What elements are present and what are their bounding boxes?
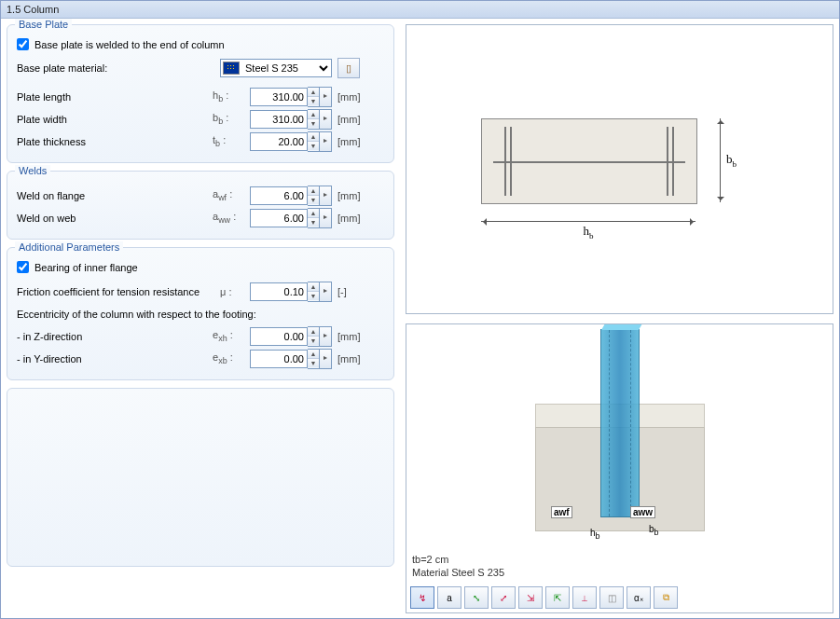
column-3d xyxy=(600,329,640,517)
view-y-pos-button[interactable]: ⇲ xyxy=(518,586,543,609)
axis-icon: ↯ xyxy=(419,593,426,603)
plate-width-symbol: bb : xyxy=(213,112,250,126)
baseplate-welded-checkbox[interactable]: Base plate is welded to the end of colum… xyxy=(17,38,384,50)
view-x-neg-button[interactable]: ⤢ xyxy=(491,586,516,609)
plate-width-input[interactable] xyxy=(250,110,308,129)
dim-hb-line xyxy=(481,221,695,222)
weld-web-unit: [mm] xyxy=(337,213,360,224)
bearing-label: Bearing of inner flange xyxy=(34,262,138,273)
friction-symbol: μ : xyxy=(220,286,250,297)
plate-width-label: Plate width xyxy=(17,114,213,125)
weld-flange-unit: [mm] xyxy=(337,190,360,201)
copy-icon: ⧉ xyxy=(663,592,669,603)
weld-flange-stepper[interactable]: ▲▼ xyxy=(308,186,320,206)
view-z-button[interactable]: ⟂ xyxy=(572,586,597,609)
callout-awf: awf xyxy=(551,506,572,518)
group-additional: Additional Parameters Bearing of inner f… xyxy=(7,247,394,380)
bearing-checkbox[interactable]: Bearing of inner flange xyxy=(17,261,384,273)
ecc-y-unit: [mm] xyxy=(337,353,360,365)
group-title: Welds xyxy=(15,165,50,176)
group-welds: Welds Weld on flange awf : ▲▼ ▸ [mm] Wel… xyxy=(7,171,394,240)
view-x-pos-icon: ⤡ xyxy=(473,593,480,603)
friction-label: Friction coefficient for tension resista… xyxy=(17,286,220,297)
ecc-y-stepper[interactable]: ▲▼ xyxy=(308,349,320,369)
plate-thickness-label: Plate thickness xyxy=(17,136,213,147)
iso-info-line2: Material Steel S 235 xyxy=(412,566,504,579)
weld-web-stepper[interactable]: ▲▼ xyxy=(308,208,320,228)
plate-width-picker[interactable]: ▸ xyxy=(320,109,332,130)
render-toggle-button[interactable]: αₓ xyxy=(627,586,651,609)
friction-unit: [-] xyxy=(337,286,347,297)
view-y-pos-icon: ⇲ xyxy=(527,593,534,603)
copy-image-button[interactable]: ⧉ xyxy=(654,586,678,609)
baseplate-welded-label: Base plate is welded to the end of colum… xyxy=(34,39,225,50)
plate-thickness-stepper[interactable]: ▲▼ xyxy=(308,131,320,152)
friction-picker[interactable]: ▸ xyxy=(320,282,332,302)
ecc-y-picker[interactable]: ▸ xyxy=(320,349,332,369)
iso-icon: ◫ xyxy=(608,593,616,603)
empty-panel xyxy=(7,388,394,567)
ecc-y-input[interactable] xyxy=(250,350,308,368)
iso-info: tb=2 cm Material Steel S 235 xyxy=(412,553,504,579)
plate-width-unit: [mm] xyxy=(337,114,360,125)
weld-web-label: Weld on web xyxy=(17,213,213,224)
baseplate-welded-input[interactable] xyxy=(17,38,29,50)
text-toggle-button[interactable]: a xyxy=(437,586,461,609)
view-x-pos-button[interactable]: ⤡ xyxy=(464,586,489,609)
text-icon: a xyxy=(447,593,452,603)
iso-preview[interactable]: awf aww hb bb tb=2 cm Material Steel S 2… xyxy=(406,323,833,613)
ecc-z-picker[interactable]: ▸ xyxy=(320,326,332,347)
plate-length-input[interactable] xyxy=(250,88,308,106)
plate-width-stepper[interactable]: ▲▼ xyxy=(308,109,320,130)
view-z-icon: ⟂ xyxy=(582,593,587,603)
dim-bb-label: bb xyxy=(726,152,737,169)
iso-view-button[interactable]: ◫ xyxy=(599,586,624,609)
view-y-neg-button[interactable]: ⇱ xyxy=(545,586,570,609)
plate-length-unit: [mm] xyxy=(337,91,360,103)
plate-length-symbol: hb : xyxy=(213,89,250,103)
plate-thickness-input[interactable] xyxy=(250,132,308,151)
weld-web-symbol: aww : xyxy=(213,211,250,225)
callout-aww: aww xyxy=(630,506,655,518)
plate-outline xyxy=(481,118,697,204)
dim-hb-label: hb xyxy=(481,224,695,241)
axis-toggle-button[interactable]: ↯ xyxy=(410,586,434,609)
ecc-z-unit: [mm] xyxy=(337,331,360,342)
ecc-z-label: - in Z-direction xyxy=(17,331,213,342)
material-label: Base plate material: xyxy=(17,62,220,74)
ecc-z-input[interactable] xyxy=(250,327,308,346)
ecc-y-label: - in Y-direction xyxy=(17,353,213,365)
weld-flange-picker[interactable]: ▸ xyxy=(320,186,332,206)
plate-thickness-picker[interactable]: ▸ xyxy=(320,131,332,152)
material-library-button[interactable]: ▯ xyxy=(337,58,360,78)
weld-web-picker[interactable]: ▸ xyxy=(320,208,332,228)
window-title: 1.5 Column xyxy=(1,1,839,19)
group-base-plate: Base Plate Base plate is welded to the e… xyxy=(7,24,394,163)
dim-bb-line xyxy=(720,118,721,202)
friction-input[interactable] xyxy=(250,282,308,301)
render-icon: αₓ xyxy=(634,593,643,603)
weld-web-input[interactable] xyxy=(250,209,308,227)
group-title: Base Plate xyxy=(15,19,72,30)
ecc-z-stepper[interactable]: ▲▼ xyxy=(308,326,320,347)
view-y-neg-icon: ⇱ xyxy=(554,593,561,603)
plate-sketch-preview: hb bb xyxy=(406,24,833,314)
ecc-y-symbol: exb : xyxy=(213,351,250,365)
plate-thickness-symbol: tb : xyxy=(213,134,250,148)
view-toolbar: ↯ a ⤡ ⤢ ⇲ ⇱ ⟂ ◫ αₓ ⧉ xyxy=(410,586,678,609)
bearing-input[interactable] xyxy=(17,261,29,273)
weld-flange-symbol: awf : xyxy=(213,188,250,202)
group-title: Additional Parameters xyxy=(15,241,123,253)
plate-length-picker[interactable]: ▸ xyxy=(320,87,332,107)
eccentricity-heading: Eccentricity of the column with respect … xyxy=(17,309,256,320)
plate-length-stepper[interactable]: ▲▼ xyxy=(308,87,320,107)
friction-stepper[interactable]: ▲▼ xyxy=(308,282,320,302)
iso-info-line1: tb=2 cm xyxy=(412,553,504,566)
weld-flange-input[interactable] xyxy=(250,186,308,205)
book-icon: ▯ xyxy=(346,62,351,75)
weld-flange-label: Weld on flange xyxy=(17,190,213,201)
plate-length-label: Plate length xyxy=(17,91,213,103)
callout-bb: bb xyxy=(647,524,661,537)
view-x-neg-icon: ⤢ xyxy=(500,593,507,603)
plate-thickness-unit: [mm] xyxy=(337,136,360,147)
